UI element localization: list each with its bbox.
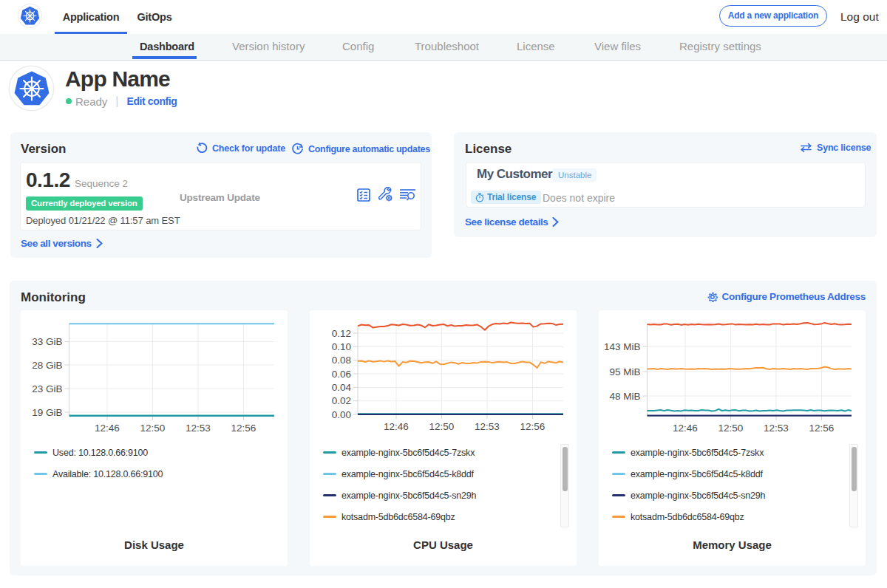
svg-text:12:53: 12:53 [764,423,789,434]
svg-text:12:56: 12:56 [809,423,835,434]
svg-text:143 MiB: 143 MiB [604,341,641,352]
svg-text:0.12: 0.12 [332,328,351,339]
svg-text:28 GiB: 28 GiB [32,360,62,371]
svg-text:12:50: 12:50 [718,423,744,434]
svg-text:95 MiB: 95 MiB [609,366,640,377]
svg-text:12:53: 12:53 [186,423,211,434]
svg-text:12:46: 12:46 [95,423,120,434]
svg-text:12:46: 12:46 [384,421,409,432]
svg-text:12:46: 12:46 [673,423,698,434]
svg-text:48 MiB: 48 MiB [609,391,640,402]
svg-text:0.04: 0.04 [332,382,352,393]
svg-text:33 GiB: 33 GiB [32,336,62,347]
svg-text:12:56: 12:56 [520,421,546,432]
svg-text:0.06: 0.06 [332,369,351,380]
svg-text:0.02: 0.02 [332,395,351,406]
svg-text:0.08: 0.08 [332,355,351,366]
svg-text:0.10: 0.10 [332,341,351,352]
svg-text:0.00: 0.00 [332,409,351,420]
svg-text:12:56: 12:56 [231,423,256,434]
svg-text:19 GiB: 19 GiB [32,407,62,418]
svg-text:12:50: 12:50 [140,423,166,434]
svg-text:23 GiB: 23 GiB [32,383,62,394]
svg-text:12:53: 12:53 [475,421,500,432]
svg-text:12:50: 12:50 [429,421,455,432]
